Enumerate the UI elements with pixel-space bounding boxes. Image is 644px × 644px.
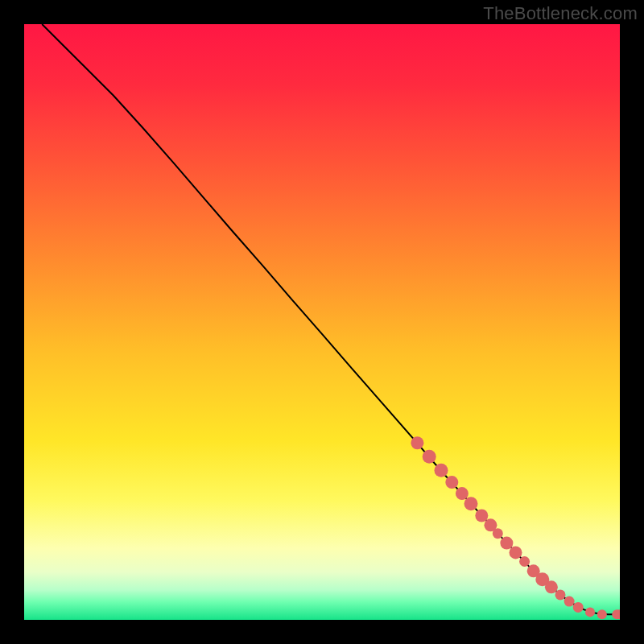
data-marker: [519, 556, 530, 567]
heatmap-background: [24, 24, 620, 620]
data-marker: [510, 546, 522, 559]
data-marker: [500, 537, 513, 550]
chart-svg: [24, 24, 620, 620]
data-marker: [573, 602, 584, 613]
plot-area: [24, 24, 620, 620]
chart-frame: TheBottleneck.com: [0, 0, 644, 644]
data-marker: [411, 436, 423, 449]
data-marker: [545, 580, 558, 593]
data-marker: [475, 510, 488, 522]
data-marker: [597, 609, 607, 619]
data-marker: [423, 450, 436, 464]
data-marker: [493, 528, 503, 539]
watermark-text: TheBottleneck.com: [483, 3, 638, 24]
data-marker: [435, 464, 448, 477]
data-marker: [464, 497, 478, 510]
data-marker: [585, 607, 595, 617]
data-marker: [564, 597, 575, 607]
data-marker: [555, 589, 566, 600]
data-marker: [445, 476, 458, 489]
data-marker: [456, 487, 469, 500]
